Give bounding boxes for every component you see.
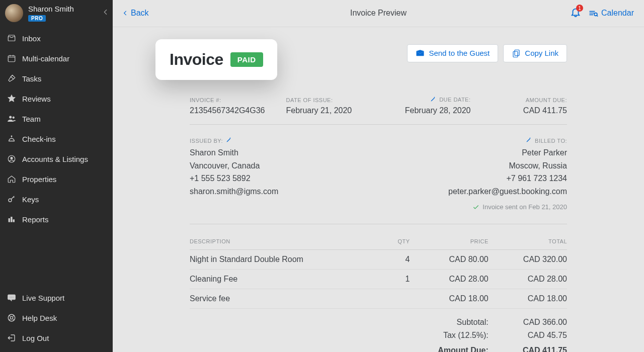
col-total: TOTAL xyxy=(489,238,567,244)
back-button[interactable]: Back xyxy=(122,9,149,18)
copy-button-label: Copy Link xyxy=(525,49,558,57)
col-description: DESCRIPTION xyxy=(190,238,357,244)
sidebar-item-accounts[interactable]: Accounts & Listings xyxy=(0,149,113,169)
profile[interactable]: Sharon Smith PRO xyxy=(0,0,113,26)
issuer-name: Sharon Smith xyxy=(190,146,278,159)
due-date-label: DUE DATE: xyxy=(430,96,470,103)
sidebar-item-reviews[interactable]: Reviews xyxy=(0,89,113,109)
issue-date-label: DATE OF ISSUE: xyxy=(286,97,333,103)
sidebar-item-label: Tasks xyxy=(22,74,41,83)
tax-label: Tax (12.5%): xyxy=(410,331,489,340)
inbox-icon xyxy=(6,33,17,44)
billed-name: Peter Parker xyxy=(448,146,567,159)
notifications-badge: 1 xyxy=(576,5,583,12)
svg-point-2 xyxy=(13,117,15,119)
chart-icon xyxy=(6,214,17,225)
send-to-guest-button[interactable]: Send to the Guest xyxy=(407,44,498,62)
edit-due-date-icon[interactable] xyxy=(430,96,436,103)
svg-rect-0 xyxy=(8,56,15,62)
svg-rect-7 xyxy=(9,219,10,222)
amount-due-label-total: Amount Due: xyxy=(410,346,489,352)
svg-point-5 xyxy=(11,157,13,159)
star-icon xyxy=(6,93,17,104)
billed-to-label: BILLED TO: xyxy=(526,137,567,146)
sidebar-item-help-desk[interactable]: Help Desk xyxy=(0,308,113,328)
issued-by-label: ISSUED BY: xyxy=(190,137,232,146)
amount-due-value-total: CAD 411.75 xyxy=(489,346,567,352)
broom-icon xyxy=(6,73,17,84)
amount-due: CAD 411.75 xyxy=(479,106,568,115)
svg-point-10 xyxy=(10,297,11,298)
home-icon xyxy=(6,173,17,185)
svg-point-1 xyxy=(10,116,12,119)
help-icon xyxy=(6,312,17,323)
billed-location: Moscow, Russia xyxy=(448,159,567,172)
due-date: February 28, 2020 xyxy=(382,106,471,115)
svg-rect-16 xyxy=(515,50,519,55)
sidebar-item-label: Reviews xyxy=(22,95,51,103)
sidebar-item-label: Properties xyxy=(22,175,56,184)
amount-due-label: AMOUNT DUE: xyxy=(526,97,567,103)
totals: Subtotal: CAD 366.00 Tax (12.5%): CAD 45… xyxy=(190,316,567,352)
send-button-label: Send to the Guest xyxy=(429,49,490,57)
sidebar-item-multi-calendar[interactable]: Multi-calendar xyxy=(0,48,113,68)
main: Back Invoice Preview 1 Calendar Invoice xyxy=(113,0,644,352)
page-title: Invoice Preview xyxy=(350,9,407,18)
pro-badge: PRO xyxy=(28,15,46,22)
copy-link-button[interactable]: Copy Link xyxy=(503,44,567,62)
edit-issued-by-icon[interactable] xyxy=(226,137,232,146)
issuer-phone: +1 555 523 5892 xyxy=(190,172,278,185)
sidebar-item-label: Help Desk xyxy=(22,314,57,322)
invoice-title: Invoice xyxy=(170,50,223,69)
sidebar-item-label: Inbox xyxy=(22,34,41,43)
sidebar-item-live-support[interactable]: Live Support xyxy=(0,288,113,308)
sidebar-item-reports[interactable]: Reports xyxy=(0,209,113,229)
svg-rect-8 xyxy=(11,217,13,222)
sidebar-item-label: Live Support xyxy=(22,294,64,302)
logout-icon xyxy=(6,332,17,343)
edit-billed-to-icon[interactable] xyxy=(526,137,532,146)
invoice-meta: INVOICE #: 21354567342G4G36 DATE OF ISSU… xyxy=(190,95,567,125)
profile-name: Sharon Smith xyxy=(28,5,74,13)
svg-point-3 xyxy=(11,136,12,137)
tax-value: CAD 45.75 xyxy=(489,331,567,340)
sidebar-item-tasks[interactable]: Tasks xyxy=(0,68,113,89)
sent-note: Invoice sent on Feb 21, 2020 xyxy=(472,202,567,213)
sidebar-item-label: Check-ins xyxy=(22,135,56,143)
avatar xyxy=(5,4,23,22)
billed-phone: +7 961 723 1234 xyxy=(448,172,567,185)
sidebar-item-label: Keys xyxy=(22,195,39,204)
invoice-number: 21354567342G4G36 xyxy=(190,106,278,115)
invoice-number-label: INVOICE #: xyxy=(190,97,221,103)
col-price: PRICE xyxy=(410,238,489,244)
bell-service-icon xyxy=(6,133,17,144)
subtotal-label: Subtotal: xyxy=(410,318,489,327)
billed-email: peter.parker@guest.booking.com xyxy=(448,185,567,198)
sidebar-item-label: Log Out xyxy=(22,334,49,342)
svg-rect-17 xyxy=(513,51,518,57)
table-row: Cleaning Fee 1 CAD 28.00 CAD 28.00 xyxy=(190,270,567,289)
sidebar-item-keys[interactable]: Keys xyxy=(0,189,113,209)
sidebar-item-logout[interactable]: Log Out xyxy=(0,328,113,348)
sidebar-item-team[interactable]: Team xyxy=(0,109,113,129)
calendar-icon xyxy=(6,53,17,64)
svg-point-12 xyxy=(13,297,14,298)
chat-icon xyxy=(6,292,17,303)
col-qty: QTY xyxy=(357,238,410,244)
line-items-table: DESCRIPTION QTY PRICE TOTAL Night in Sta… xyxy=(190,238,567,309)
sidebar-item-label: Reports xyxy=(22,215,49,224)
collapse-sidebar-icon[interactable] xyxy=(102,8,110,18)
notifications-button[interactable]: 1 xyxy=(570,7,581,20)
issuer-email: sharon.smith@igms.com xyxy=(190,185,278,198)
sidebar-item-checkins[interactable]: Check-ins xyxy=(0,129,113,149)
calendar-link[interactable]: Calendar xyxy=(588,8,634,18)
sidebar-item-label: Accounts & Listings xyxy=(22,155,88,163)
invoice-heading-card: Invoice PAID xyxy=(155,39,277,80)
sidebar-item-label: Team xyxy=(22,115,41,123)
sidebar: Sharon Smith PRO Inbox Multi-calendar Ta… xyxy=(0,0,113,352)
sidebar-item-inbox[interactable]: Inbox xyxy=(0,28,113,48)
sidebar-item-properties[interactable]: Properties xyxy=(0,169,113,189)
calendar-link-label: Calendar xyxy=(601,9,634,18)
parties: ISSUED BY: Sharon Smith Vancouver, Canad… xyxy=(190,125,567,224)
topbar: Back Invoice Preview 1 Calendar xyxy=(113,0,644,27)
